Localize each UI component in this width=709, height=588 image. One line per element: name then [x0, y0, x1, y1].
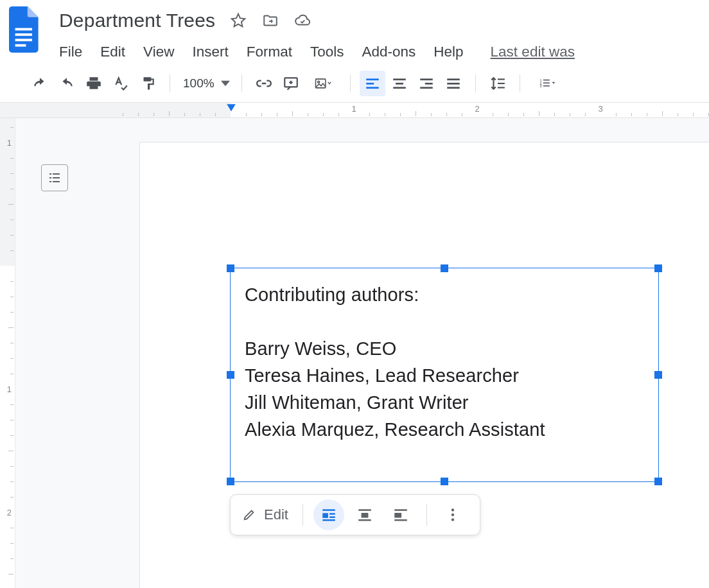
svg-rect-8: [366, 82, 374, 84]
page[interactable]: Contributing authors: Barry Weiss, CEO T…: [140, 143, 709, 588]
drawing-line: Teresa Haines, Lead Researcher: [245, 362, 644, 389]
svg-rect-14: [425, 82, 432, 84]
svg-rect-38: [322, 519, 335, 521]
svg-rect-10: [393, 78, 406, 80]
menu-tools[interactable]: Tools: [310, 44, 344, 60]
svg-rect-0: [15, 28, 32, 31]
drawing-heading: Contributing authors:: [245, 281, 644, 308]
align-right-button[interactable]: [414, 71, 439, 96]
star-icon[interactable]: [229, 12, 247, 30]
align-justify-button[interactable]: [441, 71, 466, 96]
wrap-inline-button[interactable]: [313, 499, 344, 530]
resize-handle-tm[interactable]: [441, 264, 448, 272]
resize-handle-bl[interactable]: [227, 478, 234, 485]
move-folder-icon[interactable]: [261, 12, 279, 30]
svg-rect-33: [53, 181, 60, 182]
insert-image-button[interactable]: [305, 71, 341, 96]
drawing-content: Contributing authors: Barry Weiss, CEO T…: [231, 268, 658, 456]
svg-rect-19: [498, 78, 505, 80]
menu-edit[interactable]: Edit: [100, 44, 125, 60]
toolbar: 100% 123: [0, 64, 709, 103]
doc-title[interactable]: Department Trees: [59, 10, 215, 31]
svg-rect-2: [15, 39, 32, 41]
svg-rect-32: [49, 181, 51, 182]
resize-handle-bm[interactable]: [441, 478, 448, 485]
svg-rect-44: [394, 519, 407, 521]
svg-rect-34: [322, 509, 335, 510]
svg-rect-28: [49, 173, 51, 175]
add-comment-button[interactable]: [278, 71, 304, 96]
cloud-saved-icon[interactable]: [293, 12, 311, 30]
document-canvas[interactable]: Contributing authors: Barry Weiss, CEO T…: [15, 118, 709, 588]
svg-point-46: [451, 514, 454, 516]
svg-rect-36: [329, 513, 335, 514]
undo-button[interactable]: [27, 71, 53, 96]
menu-help[interactable]: Help: [433, 44, 463, 60]
app-header: Department Trees File Edit View Insert F…: [0, 0, 709, 60]
drawing-line: Alexia Marquez, Research Assistant: [245, 416, 644, 443]
menu-view[interactable]: View: [143, 44, 174, 60]
drawing-line: Jill Whiteman, Grant Writer: [245, 389, 644, 416]
insert-link-button[interactable]: [251, 71, 277, 96]
resize-handle-tr[interactable]: [654, 264, 662, 272]
drawing-line: Barry Weiss, CEO: [245, 335, 644, 362]
paint-format-button[interactable]: [135, 71, 161, 96]
docs-logo[interactable]: [6, 6, 42, 53]
svg-point-45: [451, 508, 454, 511]
svg-rect-41: [358, 519, 371, 521]
svg-rect-40: [362, 513, 369, 518]
line-spacing-button[interactable]: [485, 71, 511, 96]
more-options-button[interactable]: [437, 499, 468, 530]
vertical-ruler[interactable]: 112: [0, 118, 15, 588]
last-edit-link[interactable]: Last edit was: [491, 44, 575, 60]
svg-rect-39: [358, 509, 371, 510]
resize-handle-ml[interactable]: [227, 371, 234, 379]
menu-bar: File Edit View Insert Format Tools Add-o…: [59, 44, 704, 60]
svg-rect-16: [447, 78, 460, 80]
svg-point-47: [451, 518, 454, 521]
svg-rect-27: [543, 85, 549, 87]
wrap-break-button[interactable]: [349, 499, 380, 530]
svg-point-6: [317, 81, 319, 83]
zoom-value: 100%: [183, 76, 214, 91]
svg-rect-9: [366, 87, 379, 89]
menu-insert[interactable]: Insert: [192, 44, 228, 60]
menu-format[interactable]: Format: [247, 44, 292, 60]
menu-file[interactable]: File: [59, 44, 82, 60]
svg-rect-12: [393, 87, 406, 89]
image-options-toolbar: Edit: [230, 494, 480, 535]
numbered-list-button[interactable]: 123: [529, 71, 565, 96]
spellcheck-button[interactable]: [108, 71, 134, 96]
svg-rect-35: [322, 513, 328, 518]
svg-rect-29: [53, 173, 60, 175]
wrap-behind-button[interactable]: [385, 499, 416, 530]
svg-rect-42: [394, 509, 407, 510]
svg-rect-7: [366, 78, 379, 80]
svg-rect-37: [329, 516, 335, 517]
resize-handle-mr[interactable]: [654, 371, 662, 379]
svg-rect-21: [498, 87, 505, 88]
svg-text:3: 3: [539, 84, 541, 88]
svg-rect-43: [394, 513, 401, 518]
horizontal-ruler[interactable]: /* ticks drawn below via absolute spans …: [0, 103, 709, 118]
resize-handle-tl[interactable]: [227, 264, 234, 272]
align-center-button[interactable]: [387, 71, 412, 96]
menu-addons[interactable]: Add-ons: [362, 44, 416, 60]
edit-drawing-button[interactable]: Edit: [242, 506, 292, 523]
svg-rect-30: [49, 177, 51, 178]
print-button[interactable]: [81, 71, 107, 96]
zoom-selector[interactable]: 100%: [183, 76, 230, 91]
svg-rect-15: [420, 87, 433, 89]
outline-toggle-button[interactable]: [41, 164, 68, 191]
redo-button[interactable]: [54, 71, 80, 96]
edit-label: Edit: [264, 506, 288, 523]
align-left-button[interactable]: [360, 71, 385, 96]
svg-rect-26: [543, 82, 549, 83]
svg-rect-1: [15, 33, 32, 36]
resize-handle-br[interactable]: [654, 478, 662, 485]
selected-drawing[interactable]: Contributing authors: Barry Weiss, CEO T…: [230, 268, 659, 482]
svg-rect-3: [15, 44, 26, 47]
svg-rect-17: [447, 82, 460, 84]
chevron-down-icon: [221, 79, 230, 88]
svg-rect-25: [543, 79, 549, 80]
